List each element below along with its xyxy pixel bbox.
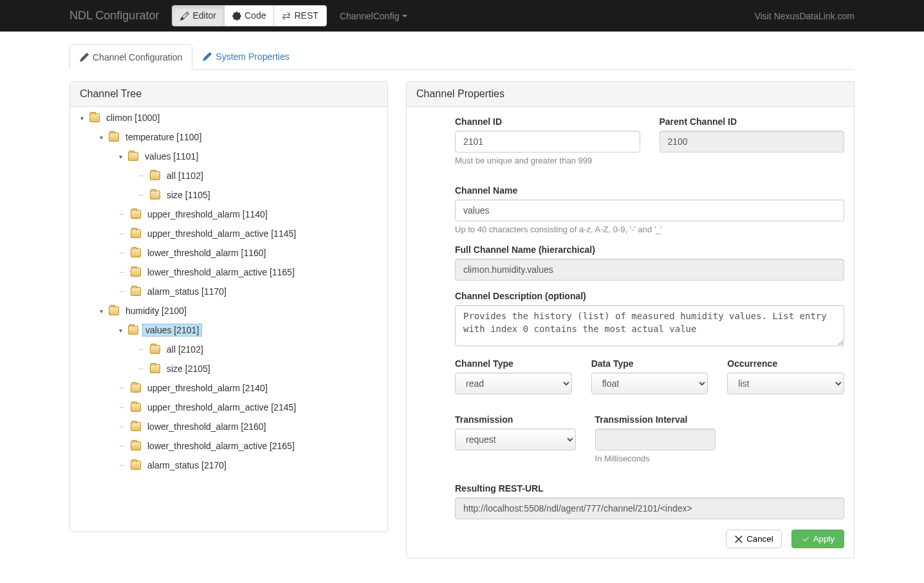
transfer-icon bbox=[282, 12, 291, 21]
tree-node-label: lower_threshold_alarm_active [2165] bbox=[145, 440, 297, 452]
tree-line: ┈ bbox=[115, 423, 128, 431]
folder-icon bbox=[128, 326, 138, 335]
tree-node-label: alarm_status [2170] bbox=[145, 459, 229, 471]
tree-node[interactable]: ▾values [2101] bbox=[70, 320, 387, 340]
channel-type-select[interactable]: read bbox=[455, 373, 572, 394]
tree-node[interactable]: ▾humidity [2100] bbox=[70, 301, 387, 320]
tree-node[interactable]: ┈upper_threshold_alarm_active [1145] bbox=[70, 224, 387, 243]
folder-icon bbox=[131, 268, 141, 277]
folder-icon bbox=[131, 461, 141, 470]
tree-node[interactable]: ┈alarm_status [2170] bbox=[70, 456, 387, 475]
view-mode-group: Editor Code REST bbox=[172, 5, 326, 27]
tree-line: ┈ bbox=[134, 365, 147, 373]
cancel-button[interactable]: Cancel bbox=[726, 530, 782, 548]
folder-icon bbox=[131, 287, 141, 296]
tree-node[interactable]: ┈upper_threshold_alarm_active [2145] bbox=[70, 398, 387, 417]
tree-toggle-icon[interactable]: ▾ bbox=[77, 115, 87, 122]
tree-node-label: size [1105] bbox=[164, 189, 213, 201]
visit-link[interactable]: Visit NexusDataLink.com bbox=[755, 11, 855, 21]
data-type-select[interactable]: float bbox=[591, 373, 708, 394]
folder-icon bbox=[109, 306, 119, 315]
tab-system-properties[interactable]: System Properties bbox=[192, 44, 299, 69]
folder-icon bbox=[109, 133, 119, 142]
tree-node[interactable]: ┈all [1102] bbox=[70, 166, 387, 185]
tree-node[interactable]: ┈alarm_status [1170] bbox=[70, 282, 387, 301]
folder-icon bbox=[131, 441, 141, 450]
folder-icon bbox=[150, 171, 160, 180]
tree-line: ┈ bbox=[115, 442, 128, 450]
folder-icon bbox=[89, 113, 100, 122]
tree-line: ┈ bbox=[115, 384, 128, 393]
channel-id-help: Must be unique and greater than 999 bbox=[455, 156, 640, 165]
tree-node-label: size [2105] bbox=[164, 363, 213, 375]
tree-node-label: alarm_status [1170] bbox=[145, 286, 229, 297]
tree-line: ┈ bbox=[115, 268, 128, 277]
tree-node[interactable]: ┈lower_threshold_alarm [1160] bbox=[70, 243, 387, 263]
apply-button[interactable]: Apply bbox=[791, 530, 844, 548]
tree-toggle-icon[interactable]: ▾ bbox=[115, 327, 125, 334]
tree-node[interactable]: ┈upper_threshold_alarm [2140] bbox=[70, 378, 387, 398]
channel-id-input[interactable] bbox=[455, 131, 640, 153]
tree-toggle-icon[interactable]: ▾ bbox=[96, 134, 106, 141]
folder-icon bbox=[128, 152, 138, 161]
channel-name-label: Channel Name bbox=[455, 185, 844, 196]
tree-scroll[interactable]: ▾climon [1000]▾temperature [1100]▾values… bbox=[70, 107, 387, 532]
tree-node-label: all [1102] bbox=[164, 170, 206, 181]
description-textarea[interactable] bbox=[455, 305, 844, 346]
transmission-interval-input bbox=[595, 429, 716, 450]
tree-node-label: humidity [2100] bbox=[123, 305, 189, 317]
tree-node[interactable]: ┈lower_threshold_alarm_active [2165] bbox=[70, 436, 387, 456]
tree-line: ┈ bbox=[134, 346, 147, 354]
channel-tree: ▾climon [1000]▾temperature [1100]▾values… bbox=[70, 108, 387, 475]
channel-id-label: Channel ID bbox=[455, 116, 640, 127]
edit-icon bbox=[180, 12, 189, 21]
apply-label: Apply bbox=[813, 534, 835, 544]
editor-button-label: Editor bbox=[192, 10, 216, 23]
parent-id-label: Parent Channel ID bbox=[660, 116, 845, 127]
tree-node[interactable]: ▾climon [1000] bbox=[70, 108, 387, 127]
channel-name-input[interactable] bbox=[455, 199, 844, 221]
rest-button[interactable]: REST bbox=[273, 5, 326, 27]
channel-properties-panel: Channel Properties Channel ID Must be un… bbox=[406, 81, 855, 559]
transmission-select[interactable]: request bbox=[455, 429, 576, 450]
folder-icon bbox=[131, 422, 141, 431]
transmission-interval-help: In Milliseconds bbox=[595, 454, 716, 463]
folder-icon bbox=[131, 384, 141, 393]
tree-node-label: values [1101] bbox=[142, 151, 201, 162]
channel-config-dropdown[interactable]: ChannelConfig bbox=[340, 11, 408, 21]
tree-node[interactable]: ┈upper_threshold_alarm [1140] bbox=[70, 205, 387, 224]
tree-line: ┈ bbox=[115, 210, 128, 219]
rest-url-label: Resulting REST-URL bbox=[455, 483, 844, 494]
folder-icon bbox=[150, 345, 160, 354]
top-navbar: NDL Configurator Editor Code REST Channe… bbox=[0, 0, 924, 32]
tab-label: System Properties bbox=[216, 51, 289, 62]
occurrence-select[interactable]: list bbox=[727, 373, 844, 394]
tab-label: Channel Configuration bbox=[93, 52, 182, 62]
tree-line: ┈ bbox=[134, 191, 147, 199]
editor-button[interactable]: Editor bbox=[172, 5, 225, 27]
panel-title: Channel Tree bbox=[70, 82, 387, 107]
tree-node[interactable]: ▾values [1101] bbox=[70, 147, 387, 166]
channel-name-help: Up to 40 characters consisting of a-z, A… bbox=[455, 225, 844, 234]
description-label: Channel Description (optional) bbox=[455, 291, 844, 301]
tree-node[interactable]: ┈all [2102] bbox=[70, 340, 387, 359]
full-name-label: Full Channel Name (hierarchical) bbox=[455, 245, 844, 255]
tree-node[interactable]: ┈lower_threshold_alarm_active [1165] bbox=[70, 263, 387, 282]
folder-icon bbox=[150, 190, 160, 199]
tree-node-label: values [2101] bbox=[142, 324, 202, 337]
close-icon bbox=[734, 535, 743, 544]
tree-node[interactable]: ┈size [1105] bbox=[70, 185, 387, 205]
code-button[interactable]: Code bbox=[224, 5, 274, 27]
tree-node[interactable]: ┈size [2105] bbox=[70, 359, 387, 378]
tree-toggle-icon[interactable]: ▾ bbox=[96, 308, 106, 315]
tree-node-label: upper_threshold_alarm [2140] bbox=[145, 382, 270, 394]
tree-node-label: all [2102] bbox=[164, 344, 206, 355]
parent-id-input bbox=[660, 131, 845, 153]
tree-line: ┈ bbox=[115, 230, 128, 238]
tree-node-label: lower_threshold_alarm_active [1165] bbox=[145, 266, 297, 278]
tree-node[interactable]: ▾temperature [1100] bbox=[70, 127, 387, 147]
tree-node[interactable]: ┈lower_threshold_alarm [2160] bbox=[70, 417, 387, 436]
full-name-input bbox=[455, 259, 844, 281]
tree-toggle-icon[interactable]: ▾ bbox=[115, 153, 125, 160]
tab-channel-configuration[interactable]: Channel Configuration bbox=[69, 44, 192, 69]
